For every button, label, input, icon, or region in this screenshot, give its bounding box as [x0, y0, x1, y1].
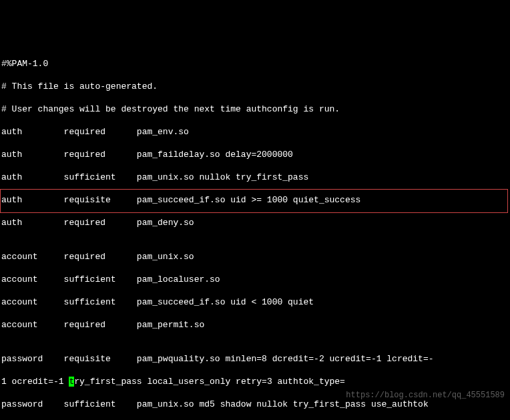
file-line: # User changes will be destroyed the nex…: [1, 103, 509, 115]
file-line: #%PAM-1.0: [1, 58, 509, 69]
file-line: auth required pam_faildelay.so delay=200…: [1, 149, 509, 160]
highlighted-line: 1 ocredit=-1 try_first_pass local_users_…: [1, 376, 509, 387]
terminal-editor[interactable]: #%PAM-1.0 # This file is auto-generated.…: [1, 47, 509, 420]
watermark: https://blog.csdn.net/qq_45551589: [346, 390, 505, 401]
file-line: auth requisite pam_succeed_if.so uid >= …: [1, 194, 509, 206]
file-line: auth required pam_deny.so: [1, 217, 509, 228]
file-line: account sufficient pam_succeed_if.so uid…: [1, 296, 509, 308]
text-segment: 1 ocredit=-1: [1, 377, 69, 387]
highlighted-line: password requisite pam_pwquality.so minl…: [1, 353, 509, 365]
file-line: account required pam_unix.so: [1, 251, 509, 262]
file-line: account required pam_permit.so: [1, 319, 509, 331]
file-line: auth required pam_env.so: [1, 126, 509, 138]
file-line: auth sufficient pam_unix.so nullok try_f…: [1, 172, 509, 183]
file-line: account sufficient pam_localuser.so: [1, 274, 509, 285]
text-segment: ry_first_pass local_users_only retry=3 a…: [74, 377, 345, 387]
file-line: # This file is auto-generated.: [1, 81, 509, 92]
